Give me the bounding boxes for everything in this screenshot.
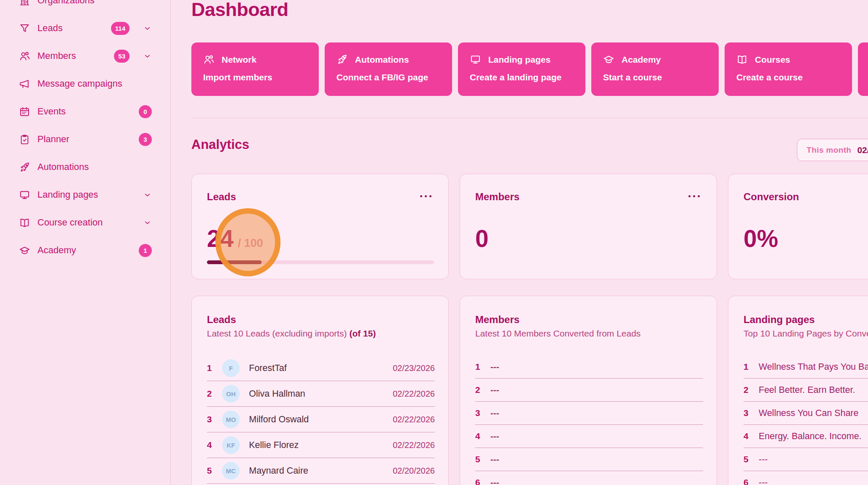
quick-action-label: Network [222, 55, 257, 65]
planner-count-badge: 3 [139, 133, 152, 146]
rocket-icon [336, 54, 348, 65]
landing-page-row[interactable]: 4 Energy. Balance. Income. [744, 425, 868, 448]
leads-count-value: 24 [207, 227, 233, 251]
quick-action-partial[interactable] [858, 42, 868, 96]
avatar: KF [222, 436, 240, 454]
member-row[interactable]: 1 --- [475, 355, 703, 379]
sidebar-item-label: Message campaigns [37, 78, 152, 89]
sidebar-item-landing-pages[interactable]: Landing pages [19, 181, 152, 209]
members-list-subtitle: Latest 10 Members Converted from Leads [475, 329, 703, 339]
rocket-icon [19, 162, 30, 173]
sidebar-item-organizations[interactable]: Organizations [19, 0, 152, 14]
member-row[interactable]: 4 --- [475, 425, 703, 448]
sidebar-item-course-creation[interactable]: Course creation [19, 209, 152, 236]
megaphone-icon [19, 78, 30, 90]
avatar: MC [222, 462, 240, 480]
leads-count-total: / 100 [238, 237, 263, 250]
member-row[interactable]: 5 --- [475, 448, 703, 471]
analytics-section-title: Analytics [191, 130, 868, 152]
sidebar-item-label: Members [37, 50, 107, 61]
sidebar-item-label: Planner [37, 134, 132, 145]
sidebar-item-label: Course creation [37, 217, 130, 228]
quick-action-automations[interactable]: Automations Connect a FB/IG page [325, 42, 452, 96]
quick-actions-row: Network Import members Automations Conne… [191, 42, 868, 96]
landing-page-row[interactable]: 3 Wellness You Can Share [744, 402, 868, 425]
sidebar-item-automations[interactable]: Automations [19, 153, 152, 181]
sidebar-item-label: Academy [37, 245, 132, 256]
landing-pages-list-title: Landing pages [744, 314, 868, 326]
avatar: F [222, 359, 240, 377]
quick-action-label: Landing pages [488, 55, 550, 65]
funnel-icon [19, 23, 30, 34]
members-count-value: 0 [475, 227, 489, 251]
graduation-cap-icon [603, 54, 614, 65]
clipboard-check-icon [19, 134, 30, 145]
period-filter-label: This month [807, 146, 851, 155]
chevron-down-icon[interactable] [143, 218, 152, 227]
ellipsis-menu-icon[interactable] [420, 195, 431, 197]
ellipsis-menu-icon[interactable] [688, 195, 700, 197]
lead-row[interactable]: 1 F ForestTaf 02/23/2026 [207, 355, 435, 381]
analytics-header: Analytics This month 02/0 [191, 130, 868, 155]
quick-action-academy[interactable]: Academy Start a course [591, 42, 719, 96]
quick-action-sublabel: Create a landing page [470, 72, 574, 82]
sidebar-item-planner[interactable]: Planner 3 [19, 125, 152, 153]
lead-row[interactable]: 2 OH Oliva Hallman 02/22/2026 [207, 381, 435, 407]
monitor-icon [470, 54, 481, 65]
users-icon [203, 54, 214, 65]
users-icon [19, 50, 30, 62]
stat-card-title: Conversion [744, 191, 868, 203]
members-list-card: Members Latest 10 Members Converted from… [460, 296, 717, 485]
lead-row[interactable]: 3 MO Milford Oswald 02/22/2026 [207, 407, 435, 432]
sidebar-item-members[interactable]: Members 53 [19, 42, 152, 70]
leads-progress-bar [207, 260, 434, 264]
landing-page-row[interactable]: 6 --- [744, 471, 868, 485]
landing-page-row[interactable]: 2 Feel Better. Earn Better. [744, 379, 868, 402]
sidebar-item-label: Organizations [37, 0, 152, 6]
sidebar: Organizations Leads 114 Members 53 [0, 0, 171, 485]
sidebar-item-label: Automations [37, 162, 152, 172]
building-icon [19, 0, 30, 6]
members-list-title: Members [475, 314, 703, 326]
analytics-stats-row: Leads 24 / 100 Members 0 Conversion 0% [191, 174, 868, 279]
members-count-badge: 53 [114, 50, 130, 63]
section-divider [191, 118, 868, 118]
sidebar-item-label: Landing pages [37, 189, 130, 200]
period-filter[interactable]: This month 02/0 [797, 139, 868, 161]
leads-list-title: Leads [207, 314, 435, 326]
monitor-icon [19, 189, 30, 201]
quick-action-sublabel: Create a course [736, 72, 840, 82]
landing-page-row[interactable]: 5 --- [744, 448, 868, 471]
sidebar-item-events[interactable]: Events 0 [19, 98, 152, 125]
quick-action-courses[interactable]: Courses Create a course [725, 42, 852, 96]
sidebar-item-message-campaigns[interactable]: Message campaigns [19, 70, 152, 98]
chevron-down-icon[interactable] [143, 24, 152, 33]
period-filter-value: 02/0 [857, 145, 868, 155]
landing-pages-list-subtitle: Top 10 Landing Pages by Convers [744, 329, 868, 339]
lists-row: Leads Latest 10 Leads (excluding imports… [191, 296, 868, 485]
leads-count-badge: 114 [111, 22, 130, 35]
avatar: MO [222, 411, 240, 428]
member-row[interactable]: 6 --- [475, 471, 703, 485]
quick-action-network[interactable]: Network Import members [191, 42, 319, 96]
member-row[interactable]: 3 --- [475, 402, 703, 425]
calendar-icon [19, 106, 30, 117]
sidebar-item-leads[interactable]: Leads 114 [19, 14, 152, 42]
quick-action-label: Automations [355, 55, 409, 65]
stat-card-title: Members [475, 191, 701, 203]
quick-action-landing-pages[interactable]: Landing pages Create a landing page [458, 42, 585, 96]
chevron-down-icon[interactable] [143, 191, 152, 199]
quick-action-label: Academy [622, 55, 661, 65]
lead-row[interactable]: 4 KF Kellie Florez 02/22/2026 [207, 432, 435, 458]
open-book-icon [736, 54, 748, 65]
conversion-value: 0% [744, 227, 778, 251]
quick-action-sublabel: Start a course [603, 72, 707, 82]
member-row[interactable]: 2 --- [475, 379, 703, 402]
lead-row[interactable]: 5 MC Maynard Caire 02/20/2026 [207, 458, 435, 484]
events-count-badge: 0 [139, 105, 152, 118]
sidebar-item-academy[interactable]: Academy 1 [19, 236, 152, 264]
chevron-down-icon[interactable] [143, 52, 152, 61]
stat-card-members: Members 0 [460, 174, 717, 279]
leads-list-card: Leads Latest 10 Leads (excluding imports… [191, 296, 449, 485]
landing-page-row[interactable]: 1 Wellness That Pays You Back [744, 355, 868, 379]
